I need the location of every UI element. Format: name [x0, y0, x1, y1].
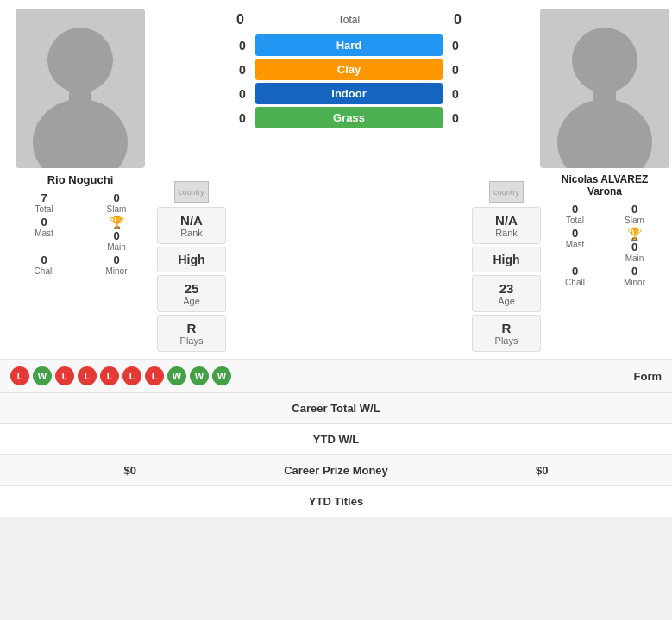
right-high-box: High	[472, 247, 541, 272]
career-prize-row: $0 Career Prize Money $0	[0, 454, 672, 485]
surfaces-section: 0 Hard 0 0 Clay 0 0 Indoor 0	[229, 34, 468, 128]
right-player-name: Nicolas ALVAREZ Varona	[544, 173, 665, 197]
left-info-col: country N/A Rank High 25 Age R Plays	[157, 181, 226, 352]
indoor-button[interactable]: Indoor	[255, 83, 443, 104]
right-trophy-icon: 🏆	[627, 227, 642, 241]
bottom-rows: Career Total W/L YTD W/L $0 Career Prize…	[0, 392, 672, 517]
form-badge-9: W	[212, 366, 231, 385]
right-info-col: country N/A Rank High 23 Age R Plays	[472, 181, 541, 352]
form-badge-2: L	[55, 366, 74, 385]
form-badges: L W L L L L L W W W	[10, 366, 629, 385]
ytd-titles-row: YTD Titles	[0, 485, 672, 517]
grass-button[interactable]: Grass	[255, 107, 443, 128]
left-mast-stat: 0 Mast	[10, 216, 78, 252]
svg-rect-2	[69, 86, 91, 108]
svg-point-0	[47, 28, 113, 93]
indoor-left-score: 0	[233, 87, 252, 101]
form-section: L W L L L L L W W W Form	[0, 359, 672, 392]
left-slam-stat: 0 Slam	[83, 191, 150, 214]
left-main-stat: 🏆 0 Main	[83, 216, 150, 252]
grass-right-score: 0	[446, 111, 465, 125]
center-area: 0 Total 0 0 Hard 0 0 Clay 0	[229, 9, 468, 128]
career-total-label: Career Total W/L	[250, 402, 423, 415]
left-plays-box: R Plays	[157, 315, 226, 352]
surface-indoor-row: 0 Indoor 0	[233, 83, 465, 104]
left-stats-grid: 7 Total 0 Slam 0 Mast 🏆 0	[7, 191, 154, 276]
right-player-card: Nicolas ALVAREZ Varona 0 Total 0 Slam 0 …	[544, 9, 665, 287]
left-avatar	[16, 9, 145, 168]
svg-point-3	[572, 28, 637, 93]
left-age-box: 25 Age	[157, 275, 226, 312]
hard-button[interactable]: Hard	[255, 34, 443, 56]
indoor-right-score: 0	[446, 87, 465, 101]
svg-rect-5	[593, 86, 616, 108]
ytd-wl-row: YTD W/L	[0, 423, 672, 454]
right-plays-box: R Plays	[472, 315, 541, 352]
right-main-stat: 🏆 0 Main	[607, 227, 662, 263]
clay-button[interactable]: Clay	[255, 59, 443, 80]
form-label: Form	[634, 370, 663, 383]
grass-left-score: 0	[233, 111, 252, 125]
form-badge-1: W	[33, 366, 52, 385]
total-row: 0 Total 0	[229, 9, 468, 31]
left-player-card: Rio Noguchi 7 Total 0 Slam 0 Mast	[7, 9, 154, 276]
total-label: Total	[338, 14, 360, 26]
form-badge-3: L	[78, 366, 97, 385]
form-badge-5: L	[122, 366, 141, 385]
right-avatar	[540, 9, 669, 168]
main-container: Rio Noguchi 7 Total 0 Slam 0 Mast	[0, 0, 672, 517]
right-minor-stat: 0 Minor	[607, 265, 662, 287]
surface-clay-row: 0 Clay 0	[233, 59, 465, 80]
right-stats-grid: 0 Total 0 Slam 0 Mast 🏆 0 Main	[544, 203, 665, 287]
right-player-area: country N/A Rank High 23 Age R Plays	[472, 9, 665, 352]
career-prize-right: $0	[423, 464, 663, 477]
form-badge-8: W	[190, 366, 209, 385]
ytd-wl-label: YTD W/L	[250, 433, 423, 446]
left-rank-box: N/A Rank	[157, 207, 226, 244]
right-slam-stat: 0 Slam	[607, 203, 662, 225]
left-total-stat: 7 Total	[10, 191, 78, 214]
career-prize-left: $0	[10, 464, 250, 477]
right-country-flag: country	[472, 181, 541, 203]
left-player-name: Rio Noguchi	[47, 173, 114, 186]
comparison-layout: Rio Noguchi 7 Total 0 Slam 0 Mast	[0, 0, 672, 359]
ytd-titles-label: YTD Titles	[250, 495, 423, 508]
total-left-score: 0	[236, 12, 244, 28]
hard-left-score: 0	[233, 39, 252, 53]
left-minor-stat: 0 Minor	[83, 254, 150, 276]
right-chall-stat: 0 Chall	[548, 265, 602, 287]
left-country-flag: country	[157, 181, 226, 203]
surface-hard-row: 0 Hard 0	[233, 34, 465, 56]
form-badge-6: L	[145, 366, 164, 385]
left-high-box: High	[157, 247, 226, 272]
career-total-row: Career Total W/L	[0, 392, 672, 423]
form-badge-7: W	[167, 366, 186, 385]
clay-left-score: 0	[233, 63, 252, 77]
left-player-area: Rio Noguchi 7 Total 0 Slam 0 Mast	[7, 9, 226, 352]
form-badge-0: L	[10, 366, 29, 385]
form-badge-4: L	[100, 366, 119, 385]
career-prize-label: Career Prize Money	[250, 464, 423, 477]
total-right-score: 0	[454, 12, 462, 28]
svg-point-4	[557, 99, 652, 168]
surface-grass-row: 0 Grass 0	[233, 107, 465, 128]
left-trophy-icon: 🏆	[110, 216, 124, 229]
hard-right-score: 0	[446, 39, 465, 53]
clay-right-score: 0	[446, 63, 465, 77]
svg-point-1	[33, 99, 128, 168]
right-mast-stat: 0 Mast	[548, 227, 602, 263]
right-rank-box: N/A Rank	[472, 207, 541, 244]
right-age-box: 23 Age	[472, 275, 541, 312]
right-total-stat: 0 Total	[548, 203, 602, 225]
left-chall-stat: 0 Chall	[10, 254, 78, 276]
